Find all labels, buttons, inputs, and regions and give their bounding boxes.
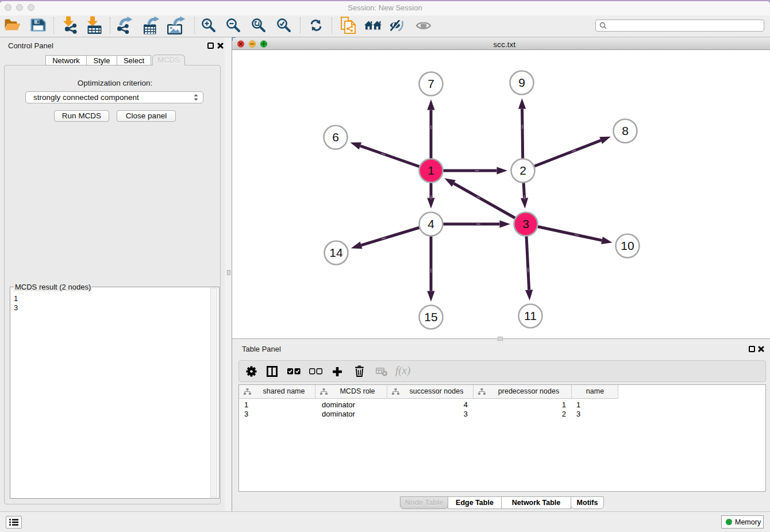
svg-text:8: 8	[622, 124, 629, 137]
svg-text:11: 11	[524, 309, 537, 322]
svg-text:10: 10	[621, 239, 634, 252]
svg-text:9: 9	[518, 76, 525, 89]
svg-text:6: 6	[332, 130, 339, 144]
svg-text:7: 7	[428, 77, 434, 90]
svg-text:14: 14	[329, 246, 343, 259]
svg-text:2: 2	[519, 164, 526, 177]
svg-text:3: 3	[522, 217, 529, 230]
svg-text:4: 4	[428, 217, 434, 230]
svg-text:1: 1	[428, 164, 434, 177]
svg-text:15: 15	[424, 310, 437, 323]
